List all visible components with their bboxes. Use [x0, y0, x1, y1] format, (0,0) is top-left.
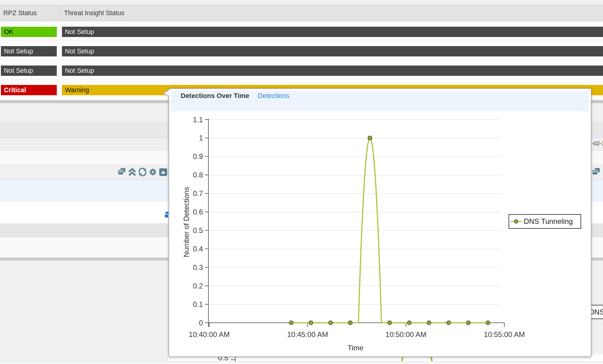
x-axis-title: Time — [348, 344, 363, 352]
threat-insight-status-cell-not-setup[interactable]: Not Setup — [62, 66, 603, 76]
y-tick-label: 1 — [199, 134, 203, 142]
refresh-icon[interactable] — [138, 168, 147, 176]
x-tick-label: 10:55:00 AM — [484, 330, 525, 339]
data-point — [289, 321, 293, 325]
rpz-status-cell-not-setup[interactable]: Not Setup — [1, 46, 57, 56]
date-cell-fragment: -02-1 — [592, 140, 603, 147]
chart-legend[interactable]: DNS Tunneling — [509, 214, 581, 229]
threat-insight-status-cell-not-setup[interactable]: Not Setup — [62, 46, 603, 56]
legend-label: DNS Tunneling — [524, 217, 573, 226]
status-table-header: RPZ Status Threat Insight Status — [0, 5, 603, 21]
blue-chart-icon-fragment[interactable] — [165, 212, 169, 217]
gear-icon[interactable] — [149, 168, 157, 176]
x-tick-label: 10:40:00 AM — [189, 330, 230, 339]
y-tick-label: 0.3 — [193, 263, 203, 271]
data-point — [309, 321, 313, 325]
column-header-rpz-status[interactable]: RPZ Status — [3, 5, 58, 21]
data-point — [427, 321, 431, 325]
y-tick-label: 0.2 — [193, 282, 203, 290]
data-point — [447, 321, 451, 325]
data-point — [388, 321, 392, 325]
data-point — [466, 321, 470, 325]
data-point — [348, 321, 352, 325]
threat-insight-status-cell-not-setup[interactable]: Not Setup — [62, 27, 603, 37]
rpz-status-cell-not-setup[interactable]: Not Setup — [1, 66, 57, 76]
widget-toolbar-left — [118, 168, 167, 176]
data-point — [407, 321, 411, 325]
column-header-threat-insight-status[interactable]: Threat Insight Status — [64, 5, 186, 21]
y-tick-label: 0.6 — [193, 208, 203, 216]
rpz-status-cell-ok[interactable]: OK — [1, 27, 57, 37]
widget-toolbar-right — [592, 168, 603, 176]
y-tick-label: 0.9 — [193, 152, 203, 160]
status-table-row: OKNot Setup — [0, 21, 603, 41]
status-table-row: Not SetupNot Setup — [0, 60, 603, 79]
x-tick-label: 10:50:00 AM — [386, 330, 427, 339]
underlying-y-tick — [231, 359, 235, 360]
column-divider — [60, 6, 61, 20]
rpz-status-cell-critical[interactable]: Critical — [1, 85, 57, 95]
chart-icon[interactable] — [159, 168, 167, 176]
data-point — [368, 136, 372, 140]
y-tick-label: 0.7 — [193, 189, 203, 197]
y-tick-label: 0.5 — [193, 226, 203, 234]
collapse-icon[interactable] — [128, 168, 136, 176]
x-tick-label: 10:45:00 AM — [287, 330, 328, 339]
data-point — [329, 321, 332, 325]
legend-marker — [509, 218, 523, 224]
page-bottom-strip — [0, 361, 603, 364]
copy-icon[interactable] — [118, 168, 126, 176]
y-axis-title: Number of Detections — [182, 187, 190, 257]
y-tick-label: 0.4 — [193, 245, 203, 253]
y-tick-label: 0.1 — [193, 300, 203, 308]
infoblox-dashboard: { "table": { "columns": ["RPZ Status", "… — [0, 0, 603, 364]
y-tick-label: 1.1 — [193, 116, 203, 124]
y-tick-label: 0.8 — [193, 171, 203, 179]
copy-icon[interactable] — [592, 168, 600, 176]
page-top-strip — [0, 0, 603, 5]
detections-popup: Detections Over Time Detections 00.10.20… — [169, 88, 591, 357]
status-table-row: Not SetupNot Setup — [0, 41, 603, 60]
data-point — [486, 321, 490, 325]
y-tick-label: 0 — [199, 319, 203, 327]
